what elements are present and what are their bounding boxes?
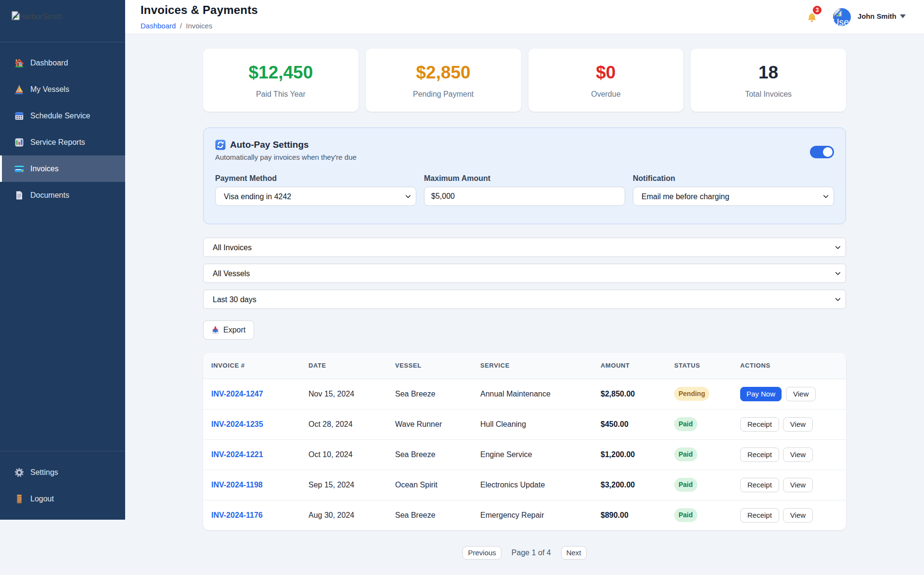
svg-text:User: User (833, 17, 851, 26)
